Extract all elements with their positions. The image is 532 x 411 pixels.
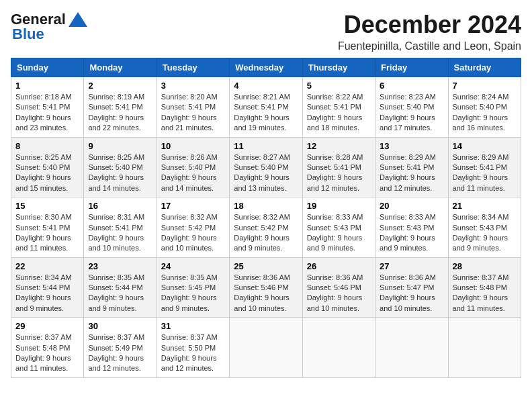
day-number: 25 bbox=[234, 261, 298, 271]
table-row: 17 Sunrise: 8:32 AMSunset: 5:42 PMDaylig… bbox=[157, 197, 229, 258]
day-detail: Sunrise: 8:24 AMSunset: 5:40 PMDaylight:… bbox=[453, 93, 509, 132]
table-row: 22 Sunrise: 8:34 AMSunset: 5:44 PMDaylig… bbox=[11, 257, 84, 318]
day-number: 5 bbox=[307, 81, 371, 91]
calendar-header-row: Sunday Monday Tuesday Wednesday Thursday… bbox=[11, 58, 521, 77]
table-row: 28 Sunrise: 8:37 AMSunset: 5:48 PMDaylig… bbox=[448, 257, 521, 318]
day-detail: Sunrise: 8:25 AMSunset: 5:40 PMDaylight:… bbox=[88, 153, 144, 192]
day-number: 23 bbox=[88, 261, 152, 271]
table-row: 18 Sunrise: 8:32 AMSunset: 5:42 PMDaylig… bbox=[230, 197, 302, 258]
logo-blue: Blue bbox=[12, 26, 44, 43]
day-detail: Sunrise: 8:26 AMSunset: 5:40 PMDaylight:… bbox=[161, 153, 218, 192]
day-detail: Sunrise: 8:27 AMSunset: 5:40 PMDaylight:… bbox=[234, 153, 290, 192]
day-detail: Sunrise: 8:35 AMSunset: 5:44 PMDaylight:… bbox=[88, 273, 144, 312]
table-row: 10 Sunrise: 8:26 AMSunset: 5:40 PMDaylig… bbox=[157, 137, 229, 197]
table-row: 9 Sunrise: 8:25 AMSunset: 5:40 PMDayligh… bbox=[84, 137, 157, 197]
month-title: December 2024 bbox=[338, 11, 521, 39]
col-sunday: Sunday bbox=[11, 58, 84, 77]
day-number: 30 bbox=[88, 321, 152, 331]
day-detail: Sunrise: 8:37 AMSunset: 5:48 PMDaylight:… bbox=[15, 333, 72, 372]
day-number: 12 bbox=[307, 141, 371, 151]
day-detail: Sunrise: 8:29 AMSunset: 5:41 PMDaylight:… bbox=[380, 153, 436, 192]
day-number: 31 bbox=[161, 321, 225, 331]
day-detail: Sunrise: 8:25 AMSunset: 5:40 PMDaylight:… bbox=[15, 153, 72, 192]
day-detail: Sunrise: 8:37 AMSunset: 5:48 PMDaylight:… bbox=[453, 273, 509, 312]
calendar-week-row: 15 Sunrise: 8:30 AMSunset: 5:41 PMDaylig… bbox=[11, 197, 521, 258]
day-detail: Sunrise: 8:28 AMSunset: 5:41 PMDaylight:… bbox=[307, 153, 363, 192]
day-number: 26 bbox=[307, 261, 371, 271]
table-row: 8 Sunrise: 8:25 AMSunset: 5:40 PMDayligh… bbox=[11, 137, 84, 197]
day-detail: Sunrise: 8:36 AMSunset: 5:46 PMDaylight:… bbox=[234, 273, 290, 312]
day-detail: Sunrise: 8:33 AMSunset: 5:43 PMDaylight:… bbox=[307, 213, 363, 252]
table-row: 11 Sunrise: 8:27 AMSunset: 5:40 PMDaylig… bbox=[230, 137, 302, 197]
table-row: 24 Sunrise: 8:35 AMSunset: 5:45 PMDaylig… bbox=[157, 257, 229, 318]
day-number: 4 bbox=[234, 81, 298, 91]
day-detail: Sunrise: 8:22 AMSunset: 5:41 PMDaylight:… bbox=[307, 93, 363, 132]
table-row: 14 Sunrise: 8:29 AMSunset: 5:41 PMDaylig… bbox=[448, 137, 521, 197]
day-number: 8 bbox=[15, 141, 79, 151]
table-row: 20 Sunrise: 8:33 AMSunset: 5:43 PMDaylig… bbox=[375, 197, 448, 258]
day-detail: Sunrise: 8:31 AMSunset: 5:41 PMDaylight:… bbox=[88, 213, 144, 252]
day-detail: Sunrise: 8:20 AMSunset: 5:41 PMDaylight:… bbox=[161, 93, 218, 132]
day-number: 3 bbox=[161, 81, 225, 91]
day-detail: Sunrise: 8:34 AMSunset: 5:43 PMDaylight:… bbox=[453, 213, 509, 252]
table-row: 15 Sunrise: 8:30 AMSunset: 5:41 PMDaylig… bbox=[11, 197, 84, 258]
day-number: 10 bbox=[161, 141, 225, 151]
day-number: 9 bbox=[88, 141, 152, 151]
calendar-week-row: 8 Sunrise: 8:25 AMSunset: 5:40 PMDayligh… bbox=[11, 137, 521, 197]
col-friday: Friday bbox=[375, 58, 448, 77]
day-number: 7 bbox=[453, 81, 517, 91]
logo-icon bbox=[69, 12, 87, 27]
day-number: 27 bbox=[380, 261, 443, 271]
page-header: General Blue December 2024 Fuentepinilla… bbox=[11, 11, 521, 52]
day-number: 1 bbox=[15, 81, 79, 91]
table-row bbox=[375, 318, 448, 378]
table-row: 7 Sunrise: 8:24 AMSunset: 5:40 PMDayligh… bbox=[448, 77, 521, 138]
table-row: 30 Sunrise: 8:37 AMSunset: 5:49 PMDaylig… bbox=[84, 318, 157, 378]
col-tuesday: Tuesday bbox=[157, 58, 229, 77]
table-row: 5 Sunrise: 8:22 AMSunset: 5:41 PMDayligh… bbox=[302, 77, 375, 138]
table-row: 29 Sunrise: 8:37 AMSunset: 5:48 PMDaylig… bbox=[11, 318, 84, 378]
col-monday: Monday bbox=[84, 58, 157, 77]
day-number: 16 bbox=[88, 201, 152, 211]
day-detail: Sunrise: 8:35 AMSunset: 5:45 PMDaylight:… bbox=[161, 273, 218, 312]
table-row: 6 Sunrise: 8:23 AMSunset: 5:40 PMDayligh… bbox=[375, 77, 448, 138]
table-row: 21 Sunrise: 8:34 AMSunset: 5:43 PMDaylig… bbox=[448, 197, 521, 258]
table-row bbox=[448, 318, 521, 378]
day-number: 24 bbox=[161, 261, 225, 271]
table-row: 27 Sunrise: 8:36 AMSunset: 5:47 PMDaylig… bbox=[375, 257, 448, 318]
table-row bbox=[230, 318, 302, 378]
table-row: 31 Sunrise: 8:37 AMSunset: 5:50 PMDaylig… bbox=[157, 318, 229, 378]
day-number: 29 bbox=[15, 321, 79, 331]
day-detail: Sunrise: 8:37 AMSunset: 5:50 PMDaylight:… bbox=[161, 333, 218, 372]
table-row: 26 Sunrise: 8:36 AMSunset: 5:46 PMDaylig… bbox=[302, 257, 375, 318]
day-detail: Sunrise: 8:30 AMSunset: 5:41 PMDaylight:… bbox=[15, 213, 72, 252]
table-row: 2 Sunrise: 8:19 AMSunset: 5:41 PMDayligh… bbox=[84, 77, 157, 138]
day-detail: Sunrise: 8:23 AMSunset: 5:40 PMDaylight:… bbox=[380, 93, 436, 132]
svg-marker-0 bbox=[69, 12, 87, 27]
day-detail: Sunrise: 8:33 AMSunset: 5:43 PMDaylight:… bbox=[380, 213, 436, 252]
day-number: 19 bbox=[307, 201, 371, 211]
title-block: December 2024 Fuentepinilla, Castille an… bbox=[338, 11, 521, 52]
table-row: 1 Sunrise: 8:18 AMSunset: 5:41 PMDayligh… bbox=[11, 77, 84, 138]
day-number: 14 bbox=[453, 141, 517, 151]
day-number: 2 bbox=[88, 81, 152, 91]
day-detail: Sunrise: 8:21 AMSunset: 5:41 PMDaylight:… bbox=[234, 93, 290, 132]
day-number: 17 bbox=[161, 201, 225, 211]
logo: General Blue bbox=[11, 11, 87, 43]
col-thursday: Thursday bbox=[302, 58, 375, 77]
day-number: 22 bbox=[15, 261, 79, 271]
table-row: 3 Sunrise: 8:20 AMSunset: 5:41 PMDayligh… bbox=[157, 77, 229, 138]
day-detail: Sunrise: 8:36 AMSunset: 5:47 PMDaylight:… bbox=[380, 273, 436, 312]
day-detail: Sunrise: 8:36 AMSunset: 5:46 PMDaylight:… bbox=[307, 273, 363, 312]
day-number: 11 bbox=[234, 141, 298, 151]
day-detail: Sunrise: 8:32 AMSunset: 5:42 PMDaylight:… bbox=[161, 213, 218, 252]
table-row: 23 Sunrise: 8:35 AMSunset: 5:44 PMDaylig… bbox=[84, 257, 157, 318]
day-detail: Sunrise: 8:29 AMSunset: 5:41 PMDaylight:… bbox=[453, 153, 509, 192]
table-row: 19 Sunrise: 8:33 AMSunset: 5:43 PMDaylig… bbox=[302, 197, 375, 258]
day-detail: Sunrise: 8:32 AMSunset: 5:42 PMDaylight:… bbox=[234, 213, 290, 252]
col-saturday: Saturday bbox=[448, 58, 521, 77]
calendar-week-row: 22 Sunrise: 8:34 AMSunset: 5:44 PMDaylig… bbox=[11, 257, 521, 318]
table-row: 13 Sunrise: 8:29 AMSunset: 5:41 PMDaylig… bbox=[375, 137, 448, 197]
col-wednesday: Wednesday bbox=[230, 58, 302, 77]
day-number: 15 bbox=[15, 201, 79, 211]
